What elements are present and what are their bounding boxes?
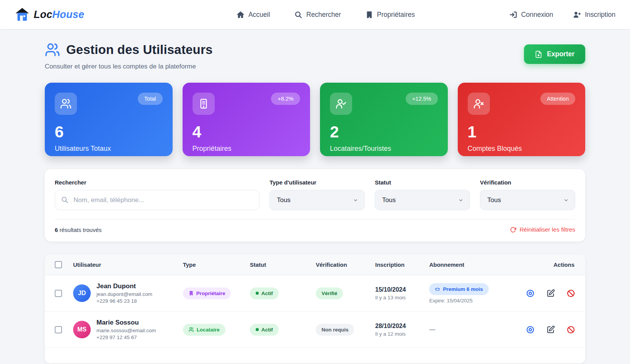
home-icon bbox=[237, 11, 245, 19]
filter-label-statut: Statut bbox=[375, 179, 470, 186]
brand-name: LocHouse bbox=[34, 9, 84, 21]
stat-label: Locataires/Touristes bbox=[330, 145, 438, 153]
search-icon bbox=[294, 11, 302, 19]
stat-label: Comptes Bloqués bbox=[468, 145, 576, 153]
search-label: Rechercher bbox=[55, 179, 260, 186]
user-name: Jean Dupont bbox=[96, 282, 152, 290]
nav-item-rechercher[interactable]: Rechercher bbox=[294, 11, 341, 19]
edit-icon bbox=[546, 325, 555, 334]
subscription-label: Premium 6 mois bbox=[443, 286, 483, 292]
stat-value: 1 bbox=[468, 124, 576, 140]
stat-label: Utilisateurs Totaux bbox=[55, 145, 163, 153]
filter-label-type: Type d'utilisateur bbox=[269, 179, 365, 186]
nav-item-accueil[interactable]: Accueil bbox=[237, 11, 270, 19]
building-icon bbox=[193, 93, 215, 115]
filter-label-verification: Vérification bbox=[480, 179, 575, 186]
stat-badge: +12.5% bbox=[406, 93, 438, 105]
reset-filters-link[interactable]: Réinitialiser les filtres bbox=[510, 226, 575, 233]
users-icon bbox=[189, 327, 194, 332]
verification-select[interactable]: Tous bbox=[480, 190, 575, 210]
view-icon bbox=[526, 325, 535, 334]
table-row: MS Marie Sossou marie.sossou@email.com +… bbox=[45, 312, 585, 348]
edit-button[interactable] bbox=[546, 325, 555, 334]
verification-badge: Vérifié bbox=[316, 287, 343, 299]
stat-value: 2 bbox=[330, 124, 438, 140]
status-label: Actif bbox=[261, 327, 273, 333]
page-subtitle: Consulter et gérer tous les comptes de l… bbox=[45, 63, 213, 70]
file-export-icon bbox=[535, 51, 542, 58]
user-phone: +229 96 45 23 18 bbox=[96, 298, 152, 304]
nav-right: Connexion Inscription bbox=[509, 11, 615, 19]
stat-label: Propriétaires bbox=[193, 145, 300, 153]
navbar: LocHouse Accueil Rechercher bbox=[0, 0, 630, 29]
inscription-ago: Il y a 13 mois bbox=[375, 295, 429, 300]
type-select[interactable]: Tous bbox=[269, 190, 365, 210]
select-value: Tous bbox=[277, 196, 291, 204]
status-badge: Actif bbox=[250, 324, 279, 336]
subscription-expiry: Expire: 15/04/2025 bbox=[429, 298, 508, 304]
filter-panel: Rechercher Type d'utilisateur Tous bbox=[45, 169, 585, 242]
status-dot bbox=[256, 328, 259, 331]
view-button[interactable] bbox=[526, 289, 535, 298]
nav-item-connexion[interactable]: Connexion bbox=[509, 11, 553, 19]
table-row: JD Jean Dupont jean.dupont@email.com +22… bbox=[45, 275, 585, 312]
inscription-date: 15/10/2024 bbox=[375, 286, 429, 293]
status-dot bbox=[256, 292, 259, 295]
row-checkbox[interactable] bbox=[55, 326, 62, 333]
subscription-badge: Premium 6 mois bbox=[429, 283, 488, 295]
stat-value: 6 bbox=[55, 124, 163, 140]
column-header: Statut bbox=[250, 261, 316, 268]
row-checkbox[interactable] bbox=[55, 290, 62, 297]
nav-label: Propriétaires bbox=[377, 11, 415, 19]
column-header: Type bbox=[183, 261, 250, 268]
column-header: Inscription bbox=[375, 261, 429, 268]
type-badge: Locataire bbox=[183, 324, 225, 336]
nav-label: Inscription bbox=[585, 11, 615, 19]
table-header-row: Utilisateur Type Statut Vérification Ins… bbox=[45, 255, 585, 275]
stat-value: 4 bbox=[193, 124, 300, 140]
chevron-down-icon bbox=[353, 198, 358, 203]
avatar: MS bbox=[73, 321, 91, 338]
type-label: Locataire bbox=[197, 327, 220, 333]
subscription-empty: — bbox=[429, 326, 435, 333]
brand-logo[interactable]: LocHouse bbox=[15, 7, 84, 22]
user-name: Marie Sossou bbox=[96, 319, 156, 326]
view-icon bbox=[526, 289, 535, 298]
refresh-icon bbox=[510, 227, 516, 233]
nav-item-proprietaires[interactable]: Propriétaires bbox=[366, 11, 415, 19]
users-icon bbox=[45, 42, 60, 57]
view-button[interactable] bbox=[526, 325, 535, 334]
user-email: marie.sossou@email.com bbox=[96, 328, 156, 333]
select-all-checkbox[interactable] bbox=[55, 261, 62, 268]
export-button[interactable]: Exporter bbox=[524, 44, 585, 64]
stat-card-total-users: Total 6 Utilisateurs Totaux bbox=[45, 83, 173, 156]
search-input[interactable] bbox=[55, 190, 260, 210]
select-value: Tous bbox=[382, 196, 396, 204]
results-count: 6 résultats trouvés bbox=[55, 227, 102, 233]
page-title: Gestion des Utilisateurs bbox=[66, 42, 213, 57]
search-icon bbox=[61, 196, 69, 204]
user-check-icon bbox=[330, 93, 352, 115]
block-button[interactable] bbox=[566, 289, 575, 298]
users-icon bbox=[55, 93, 77, 115]
block-button[interactable] bbox=[566, 325, 575, 334]
export-label: Exporter bbox=[547, 50, 575, 58]
page-header: Gestion des Utilisateurs Consulter et gé… bbox=[45, 42, 585, 70]
edit-icon bbox=[546, 289, 555, 298]
building-icon bbox=[189, 291, 194, 296]
column-header: Actions bbox=[508, 261, 585, 268]
stat-card-bloques: Attention 1 Comptes Bloqués bbox=[458, 83, 586, 156]
nav-item-inscription[interactable]: Inscription bbox=[573, 11, 615, 19]
edit-button[interactable] bbox=[546, 289, 555, 298]
nav-center: Accueil Rechercher Propriétaires bbox=[237, 11, 415, 19]
nav-label: Connexion bbox=[521, 11, 553, 19]
column-header: Vérification bbox=[316, 261, 375, 268]
statut-select[interactable]: Tous bbox=[375, 190, 470, 210]
user-x-icon bbox=[468, 93, 490, 115]
status-label: Actif bbox=[261, 291, 273, 296]
stat-card-proprietaires: +8.2% 4 Propriétaires bbox=[183, 83, 310, 156]
stat-badge: +8.2% bbox=[271, 93, 300, 105]
inscription-date: 28/10/2024 bbox=[375, 323, 429, 330]
type-label: Propriétaire bbox=[196, 291, 225, 296]
column-header: Abonnement bbox=[429, 261, 508, 268]
